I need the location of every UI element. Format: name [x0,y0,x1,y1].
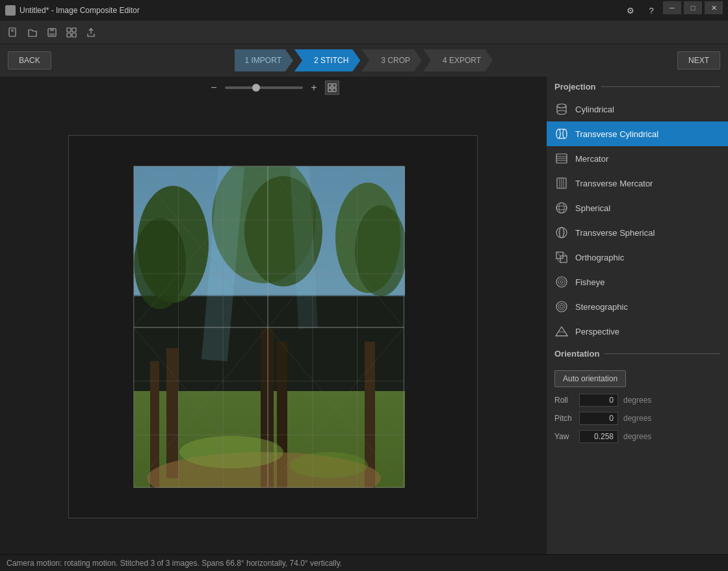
svg-rect-4 [50,29,54,31]
svg-line-78 [556,252,560,256]
svg-rect-13 [328,88,332,92]
projection-stereographic[interactable]: Stereographic [547,294,728,319]
svg-point-85 [558,303,565,310]
projection-transverse-cylindrical-label: Transverse Cylindrical [575,129,658,139]
svg-rect-6 [67,28,71,32]
zoom-in-button[interactable]: + [307,81,321,95]
maximize-button[interactable]: □ [684,1,702,14]
roll-unit: degrees [623,396,651,405]
zoom-thumb[interactable] [252,84,260,92]
svg-point-84 [556,301,567,312]
fit-button[interactable] [325,81,339,95]
step-crop[interactable]: 3 CROP [361,49,422,71]
yaw-input[interactable] [579,430,618,443]
projection-orthographic-label: Orthographic [575,253,624,262]
steps-container: 1 IMPORT 2 STITCH 3 CROP 4 EXPORT [235,49,495,71]
roll-input[interactable] [579,394,618,407]
yaw-unit: degrees [623,432,651,441]
roll-label: Roll [554,396,574,405]
svg-point-26 [355,205,405,296]
help-button[interactable]: ? [642,1,660,19]
step-navigation: BACK 1 IMPORT 2 STITCH 3 CROP 4 EXPORT N… [0,44,728,77]
back-button[interactable]: BACK [8,51,51,70]
projection-mercator-label: Mercator [575,154,608,164]
svg-point-75 [560,227,564,238]
projection-perspective[interactable]: Perspective [547,319,728,344]
save-button[interactable] [43,23,61,42]
step-import-label: 1 IMPORT [245,56,281,65]
svg-point-82 [558,279,565,285]
canvas-area: − + [0,77,546,554]
projection-fisheye[interactable]: Fisheye [547,270,728,294]
projection-spherical[interactable]: Spherical [547,196,728,220]
status-text: Camera motion: rotating motion. Stitched… [6,559,342,568]
minimize-button[interactable]: ─ [663,1,681,14]
projection-perspective-label: Perspective [575,327,619,336]
main-content: − + [0,77,728,554]
pitch-label: Pitch [554,414,574,423]
projection-transverse-mercator-label: Transverse Mercator [575,179,653,188]
projection-orthographic[interactable]: Orthographic [547,245,728,270]
projection-cylindrical-label: Cylindrical [575,105,614,114]
step-crop-label: 3 CROP [381,56,410,65]
svg-rect-8 [67,33,71,37]
pitch-row: Pitch degrees [547,409,728,427]
statusbar: Camera motion: rotating motion. Stitched… [0,554,728,571]
svg-rect-77 [560,256,567,262]
export-button[interactable] [82,23,100,42]
step-export-label: 4 EXPORT [443,56,481,65]
orientation-section: Auto orientation Roll degrees Pitch degr… [547,364,728,448]
projection-transverse-cylindrical[interactable]: Transverse Cylindrical [547,121,728,146]
projection-header: Projection [547,77,728,97]
close-button[interactable]: ✕ [705,1,723,14]
yaw-label: Yaw [554,432,574,441]
app-icon [5,5,16,16]
step-stitch-label: 2 STITCH [314,56,348,65]
svg-marker-87 [556,327,567,336]
pitch-input[interactable] [579,412,618,425]
auto-orientation-button[interactable]: Auto orientation [554,370,626,387]
yaw-row: Yaw degrees [547,427,728,446]
svg-point-55 [557,110,566,114]
import-button[interactable] [62,23,81,42]
svg-point-86 [560,305,564,309]
svg-rect-0 [9,28,16,36]
projection-mercator[interactable]: Mercator [547,146,728,171]
zoom-out-button[interactable]: − [207,81,221,95]
projection-transverse-spherical-label: Transverse Spherical [575,228,655,238]
step-export[interactable]: 4 EXPORT [423,49,493,71]
svg-point-29 [179,436,283,468]
pitch-unit: degrees [623,414,651,423]
step-import[interactable]: 1 IMPORT [235,49,293,71]
svg-rect-9 [72,33,76,37]
svg-rect-7 [72,28,76,32]
open-button[interactable] [23,23,42,42]
projection-transverse-spherical[interactable]: Transverse Spherical [547,220,728,245]
app-title: Untitled* - Image Composite Editor [20,6,140,15]
projection-fisheye-label: Fisheye [575,277,605,287]
stitch-canvas [68,135,478,518]
step-stitch[interactable]: 2 STITCH [294,49,360,71]
new-button[interactable] [4,23,22,42]
next-button[interactable]: NEXT [677,51,720,70]
svg-point-81 [556,277,567,287]
zoom-slider[interactable] [225,86,303,89]
svg-rect-19 [166,348,178,478]
svg-point-30 [290,452,368,478]
svg-line-80 [556,259,560,262]
svg-point-83 [560,281,563,283]
svg-point-58 [556,129,560,138]
svg-rect-14 [333,88,336,92]
svg-point-71 [559,203,564,213]
right-panel: Projection Cylindrical [546,77,728,554]
svg-rect-12 [333,84,336,87]
projection-transverse-mercator[interactable]: Transverse Mercator [547,171,728,196]
projection-cylindrical[interactable]: Cylindrical [547,97,728,121]
projection-stereographic-label: Stereographic [575,302,628,312]
titlebar-controls: ⚙ ? ─ □ ✕ [621,1,723,19]
projection-list: Cylindrical Transverse Cylindrical [547,97,728,344]
settings-button[interactable]: ⚙ [621,1,640,19]
canvas-viewport [0,99,546,554]
projection-spherical-label: Spherical [575,203,610,213]
svg-point-59 [563,129,567,138]
